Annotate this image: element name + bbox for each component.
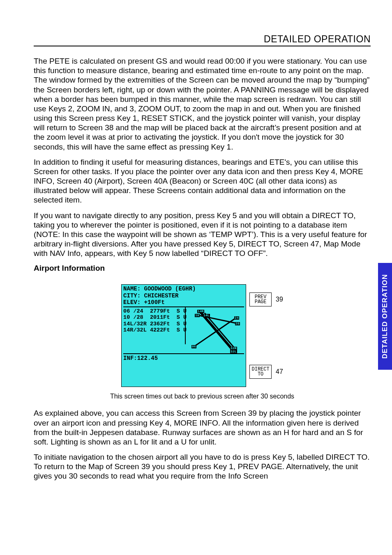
screen-city-line: CITY: CHICHESTER <box>123 292 244 299</box>
svg-line-2 <box>205 313 235 349</box>
rwy-label: 28 <box>235 322 240 325</box>
svg-line-1 <box>201 312 231 348</box>
airport-info-figure: NAME: GOODWOOD (EGHR) CITY: CHICHESTER E… <box>34 284 371 400</box>
header-title: DETAILED OPERATION <box>264 34 371 44</box>
svg-line-0 <box>194 319 235 346</box>
rwy-label: 14L <box>203 314 210 317</box>
screen-name-line: NAME: GOODWOOD (EGHR) <box>123 286 244 292</box>
prev-page-screen-number: 39 <box>276 296 283 303</box>
screen-elev-line: ELEV: +100Ft <box>123 299 244 306</box>
screen-runway-diagram: 14R 10 14L 24 28 06 32R 32L <box>186 307 244 353</box>
figure-caption: This screen times out back to previous s… <box>110 393 294 400</box>
rwy-label: 10 <box>195 314 200 317</box>
paragraph-4: As explained above, you can access this … <box>34 408 371 447</box>
softkey-column: PREV PAGE 39 DIRECT TO 47 <box>249 284 283 387</box>
screen-runway-list: 06 /24 2779Ft S U 10 /28 2011Ft S U 14L/… <box>123 307 186 344</box>
airport-info-screen: NAME: GOODWOOD (EGHR) CITY: CHICHESTER E… <box>121 284 246 387</box>
paragraph-5: To initiate navigation to the chosen air… <box>34 452 371 481</box>
paragraph-2: In addition to finding it useful for mea… <box>34 157 371 205</box>
section-heading-airport-info: Airport Information <box>34 264 371 273</box>
paragraph-3: If you want to navigate directly to any … <box>34 211 371 258</box>
page-header: DETAILED OPERATION <box>34 34 371 46</box>
rwy-label: 32L <box>230 350 237 353</box>
screen-inf-line: INF:122.45 <box>123 354 244 362</box>
paragraph-1: The PETE is calculated on present GS and… <box>34 56 371 152</box>
prev-page-button[interactable]: PREV PAGE <box>249 292 272 306</box>
rwy-label: 14R <box>197 310 204 313</box>
side-tab-label: DETAILED OPERATION <box>381 274 389 359</box>
direct-to-screen-number: 47 <box>276 368 283 375</box>
side-tab: DETAILED OPERATION <box>378 263 392 370</box>
direct-to-button[interactable]: DIRECT TO <box>249 365 272 379</box>
rwy-label: 24 <box>234 316 239 320</box>
rwy-label: 06 <box>191 345 196 348</box>
